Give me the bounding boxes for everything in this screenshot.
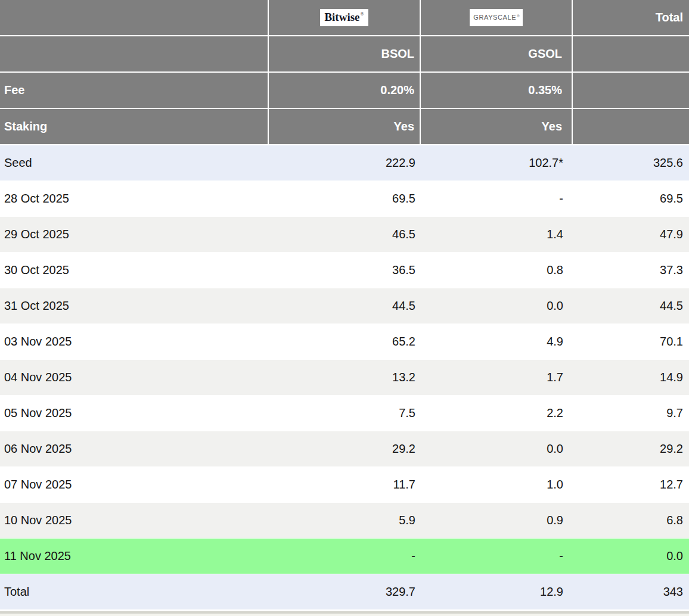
table-row: 28 Oct 2025 69.5 - 69.5 <box>0 181 689 217</box>
gsol-value: - <box>421 181 573 216</box>
grayscale-header-cell: GRAYSCALE® <box>421 0 573 35</box>
header-empty-cell <box>573 109 689 144</box>
gsol-value: 4.9 <box>421 324 573 359</box>
header-row-staking: Staking Yes Yes <box>0 109 689 145</box>
total-value: 44.5 <box>573 288 689 323</box>
bsol-ticker: BSOL <box>269 36 421 71</box>
etf-flows-table: Bitwise® GRAYSCALE® Total BSOL GSOL Fee … <box>0 0 689 616</box>
header-empty-cell <box>0 36 269 71</box>
table-row: 05 Nov 2025 7.5 2.2 9.7 <box>0 396 689 431</box>
grayscale-logo-text: GRAYSCALE <box>473 14 516 21</box>
row-label: Total <box>0 574 269 609</box>
gsol-value: 12.9 <box>421 574 573 609</box>
bsol-value: 222.9 <box>269 145 421 181</box>
header-row-fee: Fee 0.20% 0.35% <box>0 73 689 109</box>
row-label: 30 Oct 2025 <box>0 253 269 288</box>
table-row-seed: Seed 222.9 102.7* 325.6 <box>0 145 689 181</box>
gsol-ticker: GSOL <box>421 36 573 71</box>
header-empty-cell <box>573 73 689 108</box>
total-value: 69.5 <box>573 181 689 216</box>
bsol-value: 65.2 <box>269 324 421 359</box>
row-label: 31 Oct 2025 <box>0 288 269 323</box>
bsol-value: - <box>269 539 421 574</box>
total-value: 37.3 <box>573 253 689 288</box>
gsol-value: - <box>421 539 573 574</box>
bsol-value: 11.7 <box>269 467 421 502</box>
header-row-logos: Bitwise® GRAYSCALE® Total <box>0 0 689 36</box>
header-empty-cell <box>573 36 689 71</box>
fee-label: Fee <box>0 73 269 108</box>
total-value: 325.6 <box>573 145 689 181</box>
fee-bsol-value: 0.20% <box>269 73 421 108</box>
gsol-value: 0.8 <box>421 253 573 288</box>
row-label: Seed <box>0 145 269 181</box>
table-row: 30 Oct 2025 36.5 0.8 37.3 <box>0 253 689 288</box>
fee-gsol-value: 0.35% <box>421 73 573 108</box>
table-row: 06 Nov 2025 29.2 0.0 29.2 <box>0 431 689 467</box>
total-value: 70.1 <box>573 324 689 359</box>
total-value: 0.0 <box>573 539 689 574</box>
gsol-value: 0.0 <box>421 431 573 466</box>
table-row: 29 Oct 2025 46.5 1.4 47.9 <box>0 217 689 253</box>
bsol-value: 36.5 <box>269 253 421 288</box>
total-value: 29.2 <box>573 431 689 466</box>
bsol-value: 7.5 <box>269 396 421 431</box>
total-value: 12.7 <box>573 467 689 502</box>
bsol-value: 44.5 <box>269 288 421 323</box>
staking-bsol-value: Yes <box>269 109 421 144</box>
bsol-value: 46.5 <box>269 217 421 252</box>
bitwise-header-cell: Bitwise® <box>269 0 421 35</box>
total-value: 343 <box>573 574 689 609</box>
table-row: 03 Nov 2025 65.2 4.9 70.1 <box>0 324 689 360</box>
bitwise-logo: Bitwise® <box>320 9 368 26</box>
staking-gsol-value: Yes <box>421 109 573 144</box>
table-row-totals: Total 329.7 12.9 343 <box>0 574 689 610</box>
bitwise-logo-text: Bitwise <box>324 11 359 23</box>
bsol-value: 329.7 <box>269 574 421 609</box>
row-label: 11 Nov 2025 <box>0 539 269 574</box>
bsol-value: 13.2 <box>269 360 421 395</box>
row-label: 10 Nov 2025 <box>0 503 269 538</box>
bitwise-reg-mark: ® <box>361 12 364 17</box>
total-value: 6.8 <box>573 503 689 538</box>
grayscale-logo: GRAYSCALE® <box>470 9 522 26</box>
total-value: 47.9 <box>573 217 689 252</box>
row-label: 29 Oct 2025 <box>0 217 269 252</box>
row-label: 04 Nov 2025 <box>0 360 269 395</box>
table-row-current-day: 11 Nov 2025 - - 0.0 <box>0 539 689 574</box>
header-row-tickers: BSOL GSOL <box>0 36 689 73</box>
row-label: 06 Nov 2025 <box>0 431 269 466</box>
gsol-value: 102.7* <box>421 145 573 181</box>
total-value: 14.9 <box>573 360 689 395</box>
table-row: 04 Nov 2025 13.2 1.7 14.9 <box>0 360 689 396</box>
gsol-value: 1.4 <box>421 217 573 252</box>
row-label: 28 Oct 2025 <box>0 181 269 216</box>
table-row: 31 Oct 2025 44.5 0.0 44.5 <box>0 288 689 324</box>
row-label: 03 Nov 2025 <box>0 324 269 359</box>
row-label: 07 Nov 2025 <box>0 467 269 502</box>
gsol-value: 1.0 <box>421 467 573 502</box>
bsol-value: 69.5 <box>269 181 421 216</box>
row-label: 05 Nov 2025 <box>0 396 269 431</box>
header-empty-cell <box>0 0 269 35</box>
grayscale-reg-mark: ® <box>517 14 519 18</box>
gsol-value: 1.7 <box>421 360 573 395</box>
staking-label: Staking <box>0 109 269 144</box>
gsol-value: 2.2 <box>421 396 573 431</box>
table-row: 07 Nov 2025 11.7 1.0 12.7 <box>0 467 689 503</box>
gsol-value: 0.9 <box>421 503 573 538</box>
gsol-value: 0.0 <box>421 288 573 323</box>
total-column-header: Total <box>573 0 689 35</box>
bottom-edge <box>0 614 689 616</box>
bsol-value: 29.2 <box>269 431 421 466</box>
table-row: 10 Nov 2025 5.9 0.9 6.8 <box>0 503 689 539</box>
bsol-value: 5.9 <box>269 503 421 538</box>
total-value: 9.7 <box>573 396 689 431</box>
